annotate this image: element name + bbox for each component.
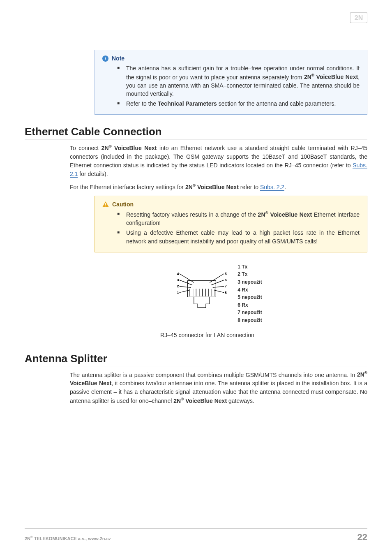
caution-item-1: Resetting factory values results in a ch… xyxy=(126,210,360,227)
svg-text:1: 1 xyxy=(177,291,179,295)
note-title-row: i Note xyxy=(102,54,360,62)
legend-row: 4 Rx xyxy=(238,286,262,294)
caution-item-2: Using a defective Ethernet cable may lea… xyxy=(126,229,360,245)
warning-icon xyxy=(102,201,109,207)
legend-row: 3 nepoužit xyxy=(238,278,262,286)
svg-text:3: 3 xyxy=(177,278,179,282)
info-icon: i xyxy=(102,56,108,62)
subs-2-2-link[interactable]: Subs. 2.2 xyxy=(260,184,284,191)
svg-line-8 xyxy=(180,290,189,293)
page-number: 22 xyxy=(357,532,367,543)
rj45-svg: 4 3 2 1 xyxy=(175,267,228,320)
ethernet-heading: Ethernet Cable Connection xyxy=(25,125,367,139)
svg-line-24 xyxy=(213,287,224,288)
ethernet-para-1: To connect 2N® VoiceBlue Next into an Et… xyxy=(70,143,367,178)
brand-logo-text: 2N xyxy=(355,14,363,21)
svg-text:5: 5 xyxy=(225,272,227,276)
page-content: i Note The antenna has a sufficient gain… xyxy=(25,50,367,528)
svg-line-2 xyxy=(180,274,194,282)
caution-callout: Caution Resetting factory values results… xyxy=(95,196,367,252)
legend-row: 5 nepoužit xyxy=(238,294,262,301)
svg-text:4: 4 xyxy=(177,272,180,276)
note-title: Note xyxy=(112,54,125,62)
legend-row: 2 Tx xyxy=(238,271,262,278)
svg-line-6 xyxy=(180,287,191,288)
rj45-connector-drawing: 4 3 2 1 xyxy=(175,267,228,320)
page-header: 2N xyxy=(25,12,367,29)
note-callout: i Note The antenna has a sufficient gain… xyxy=(95,50,367,115)
page-footer: 2N® TELEKOMUNIKACE a.s., www.2n.cz 22 xyxy=(25,528,367,543)
brand-logo-icon: 2N xyxy=(350,12,367,25)
rj45-caption: RJ–45 connector for LAN connection xyxy=(47,332,367,338)
svg-line-26 xyxy=(214,290,224,293)
rj45-pin-legend: 1 Tx2 Tx3 nepoužit4 Rx5 nepoužit6 Rx7 ne… xyxy=(238,263,262,324)
legend-row: 1 Tx xyxy=(238,263,262,271)
legend-row: 7 nepoužit xyxy=(238,309,262,317)
svg-text:7: 7 xyxy=(225,284,227,289)
ethernet-para-2: For the Ethernet interface factory setti… xyxy=(70,183,367,192)
rj45-diagram: 4 3 2 1 xyxy=(70,263,367,324)
legend-row: 8 nepoužit xyxy=(238,317,262,324)
legend-row: 6 Rx xyxy=(238,301,262,309)
antenna-splitter-heading: Antenna Splitter xyxy=(25,352,367,366)
footer-company: 2N® TELEKOMUNIKACE a.s., www.2n.cz xyxy=(25,535,111,541)
note-item-2: Refer to the Technical Parameters sectio… xyxy=(126,99,360,108)
note-item-1: The antenna has a sufficient gain for a … xyxy=(126,64,360,98)
caution-title-row: Caution xyxy=(102,200,360,208)
caution-title: Caution xyxy=(112,200,134,208)
svg-text:8: 8 xyxy=(225,291,227,295)
svg-text:6: 6 xyxy=(225,278,227,282)
svg-text:2: 2 xyxy=(177,284,179,289)
svg-line-20 xyxy=(210,274,224,282)
antenna-splitter-para: The antenna splitter is a passive compon… xyxy=(70,370,367,405)
